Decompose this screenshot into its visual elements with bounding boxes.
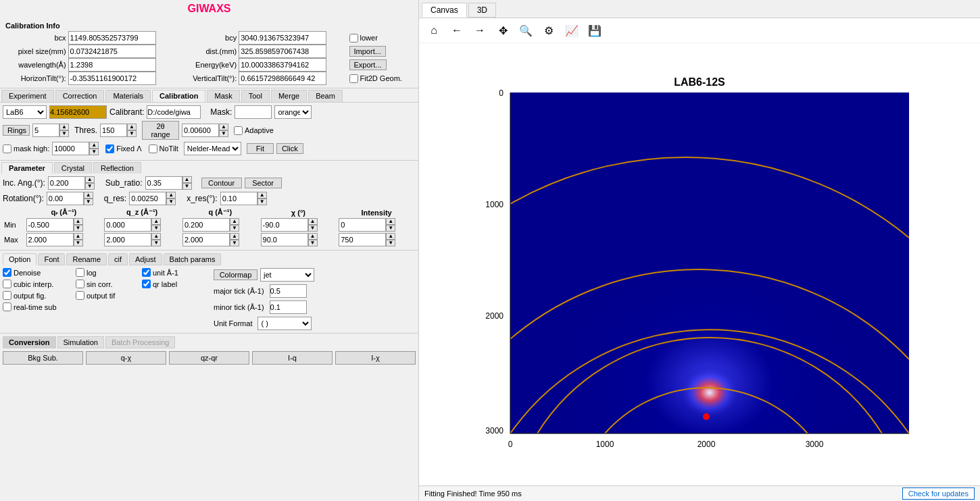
qzmax-dn[interactable]: ▼ <box>151 240 161 246</box>
qrmin-dn[interactable]: ▼ <box>74 225 83 232</box>
qr-min-input[interactable] <box>26 218 74 232</box>
range-spinbox[interactable]: ▲▼ <box>182 124 228 137</box>
tab-font[interactable]: Font <box>38 253 65 265</box>
wavelength-input[interactable] <box>68 58 156 72</box>
q-min-input[interactable] <box>182 218 230 232</box>
sin-corr-label[interactable]: sin corr. <box>76 280 137 288</box>
energy-input[interactable] <box>239 58 326 72</box>
thres-spinbox[interactable]: ▲▼ <box>100 124 137 137</box>
check-updates-button[interactable]: Check for updates <box>902 487 975 500</box>
mask-high-checkbox[interactable] <box>3 144 11 153</box>
qmin-up[interactable]: ▲ <box>230 218 239 225</box>
chimin-up[interactable]: ▲ <box>308 218 318 225</box>
chimax-up[interactable]: ▲ <box>308 233 318 240</box>
fixed-lambda-checkbox[interactable] <box>105 144 114 153</box>
qr-label[interactable]: qr label <box>142 280 203 288</box>
vertical-tilt-input[interactable] <box>239 72 326 85</box>
mask-high-input[interactable] <box>52 142 89 155</box>
tab-simulation[interactable]: Simulation <box>57 336 104 348</box>
thres-input[interactable] <box>100 124 127 137</box>
output-tif-checkbox[interactable] <box>76 291 84 300</box>
unit-label[interactable]: unit Å-1 <box>142 268 203 277</box>
rings-input[interactable] <box>32 124 59 137</box>
rings-button[interactable]: Rings <box>3 125 30 136</box>
intmax-dn[interactable]: ▼ <box>386 240 395 246</box>
mask-high-checkbox-label[interactable]: mask high: <box>3 144 49 153</box>
mh-down[interactable]: ▼ <box>89 149 99 155</box>
sub-ratio-input[interactable] <box>145 176 182 190</box>
pan-button[interactable]: ✥ <box>493 21 512 40</box>
import-button[interactable]: Import... <box>349 46 386 57</box>
cubic-checkbox[interactable] <box>3 280 11 288</box>
unit-format-select[interactable]: ( ) <box>258 317 312 330</box>
colormap-button[interactable]: Colormap <box>214 269 258 280</box>
fit2d-checkbox[interactable] <box>349 74 358 83</box>
q-max-input[interactable] <box>182 233 230 246</box>
major-tick-input[interactable] <box>270 284 307 298</box>
q-res-input[interactable] <box>129 192 166 205</box>
inc-ang-spinbox[interactable]: ▲▼ <box>48 176 95 190</box>
mask-high-spinbox[interactable]: ▲▼ <box>52 142 99 155</box>
ia-up[interactable]: ▲ <box>85 176 95 183</box>
sr-down[interactable]: ▼ <box>182 183 192 190</box>
ia-down[interactable]: ▼ <box>85 183 95 190</box>
rotation-spinbox[interactable]: ▲▼ <box>47 192 93 205</box>
tab-tool[interactable]: Tool <box>241 90 270 102</box>
denoise-checkbox[interactable] <box>3 268 11 277</box>
intmax-up[interactable]: ▲ <box>386 233 395 240</box>
adaptive-checkbox[interactable] <box>234 126 243 135</box>
notilt-checkbox[interactable] <box>149 144 157 153</box>
qrmax-up[interactable]: ▲ <box>74 233 83 240</box>
thres-down[interactable]: ▼ <box>127 130 137 137</box>
chimin-dn[interactable]: ▼ <box>308 225 318 232</box>
home-button[interactable]: ⌂ <box>424 21 443 40</box>
qmin-dn[interactable]: ▼ <box>230 225 239 232</box>
tab-canvas[interactable]: Canvas <box>422 3 467 18</box>
range-input[interactable] <box>182 124 219 137</box>
denoise-label[interactable]: Denoise <box>3 268 70 277</box>
colormap-select[interactable]: jet viridis plasma <box>260 268 314 282</box>
i-q-button[interactable]: I-q <box>252 351 333 365</box>
sr-up[interactable]: ▲ <box>182 176 192 183</box>
range-down[interactable]: ▼ <box>219 130 228 137</box>
qr-max-input[interactable] <box>26 233 74 246</box>
tab-parameter[interactable]: Parameter <box>1 162 53 174</box>
mask-input[interactable] <box>235 105 272 119</box>
lab6-select[interactable]: LaB6 <box>3 105 47 119</box>
mask-color-select[interactable]: orange <box>274 105 312 119</box>
tab-batch-params[interactable]: Batch params <box>164 253 222 265</box>
qrmax-dn[interactable]: ▼ <box>74 240 83 246</box>
qzmin-dn[interactable]: ▼ <box>151 225 161 232</box>
log-checkbox[interactable] <box>76 268 84 277</box>
rotation-input[interactable] <box>47 192 84 205</box>
rot-up[interactable]: ▲ <box>84 192 93 199</box>
fixed-lambda-label[interactable]: Fixed Λ <box>105 144 141 153</box>
back-button[interactable]: ← <box>447 21 466 40</box>
intmin-up[interactable]: ▲ <box>386 218 395 225</box>
tab-option[interactable]: Option <box>3 253 36 265</box>
qz-max-input[interactable] <box>104 233 151 246</box>
fit2d-checkbox-label[interactable]: Fit2D Geom. <box>349 74 416 83</box>
bcx-input[interactable] <box>68 31 156 45</box>
q-res-spinbox[interactable]: ▲▼ <box>129 192 176 205</box>
lower-checkbox[interactable] <box>349 34 358 43</box>
rings-spinbox[interactable]: ▲▼ <box>32 124 69 137</box>
inc-ang-input[interactable] <box>48 176 85 190</box>
tab-3d[interactable]: 3D <box>468 3 496 18</box>
qr-label-checkbox[interactable] <box>142 280 151 288</box>
chimax-dn[interactable]: ▼ <box>308 240 318 246</box>
chi-max-input[interactable] <box>261 233 308 246</box>
intmin-dn[interactable]: ▼ <box>386 225 395 232</box>
zoom-button[interactable]: 🔍 <box>516 21 535 40</box>
unit-checkbox[interactable] <box>142 268 151 277</box>
export-button[interactable]: Export... <box>349 59 387 70</box>
method-select[interactable]: Nelder-Mead <box>184 142 241 155</box>
cubic-label[interactable]: cubic interp. <box>3 280 70 288</box>
save-button[interactable]: 💾 <box>585 21 604 40</box>
minor-tick-input[interactable] <box>270 300 307 314</box>
rot-down[interactable]: ▼ <box>84 199 93 205</box>
qr-up[interactable]: ▲ <box>166 192 176 199</box>
color-input[interactable] <box>49 105 107 119</box>
tab-rename[interactable]: Rename <box>66 253 107 265</box>
lower-checkbox-label[interactable]: lower <box>349 34 416 43</box>
